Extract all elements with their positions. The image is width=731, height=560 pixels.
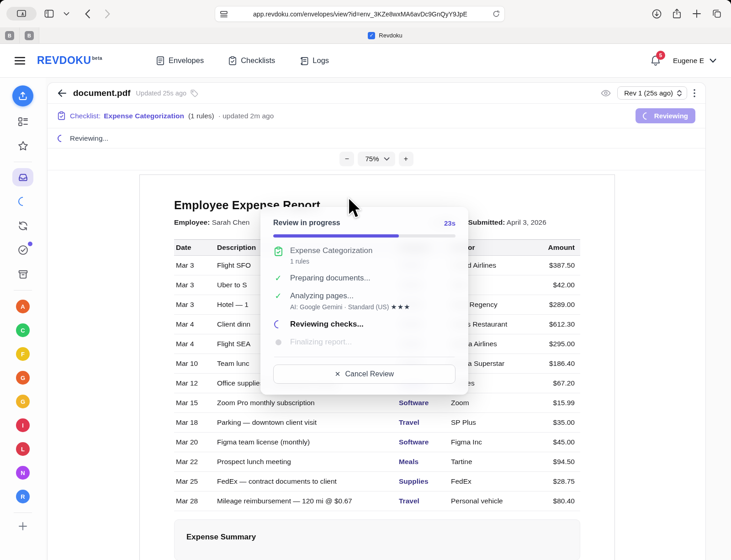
tag-icon[interactable] [190,89,198,97]
amount-cell: $45.00 [529,433,580,452]
step-title: Finalizing report... [290,338,352,347]
user-menu[interactable]: Eugene E [673,57,716,65]
category-cell: Software [397,433,449,452]
avatar-l[interactable]: L [16,442,30,456]
avatar-list: ACFGGILNR [16,300,30,503]
sidebar-divider [14,290,32,291]
new-tab-icon[interactable] [689,6,705,21]
favorites-button[interactable] [12,137,33,155]
avatar-r[interactable]: R [16,490,30,503]
zoom-out-button[interactable]: − [339,152,354,166]
nav-envelopes[interactable]: Envelopes [156,56,204,65]
vendor-cell: Personal vehicle [449,491,529,511]
downloads-icon[interactable] [649,6,664,21]
url-text[interactable]: app.revdoku.com/envelopes/view?id=env_3K… [228,11,493,18]
avatar-a[interactable]: A [16,300,30,313]
review-steps: Expense Categorization1 rules✓Preparing … [273,246,456,347]
category-cell: Meals [397,452,449,472]
date-cell: Mar 3 [174,295,215,315]
modal-title: Review in progress [273,219,340,227]
description-cell: Mileage reimbursement — 120 mi @ $0.67 [215,491,397,511]
sync-button[interactable] [12,217,33,235]
zoom-level-select[interactable]: 75% [358,152,395,166]
date-cell: Mar 3 [174,256,215,275]
date-cell: Mar 4 [174,334,215,354]
checks-button[interactable] [12,241,33,259]
tab-overview-icon[interactable] [709,6,725,21]
pinned-tab-2[interactable]: B [20,27,39,43]
notifications-button[interactable]: 5 [650,55,661,67]
menu-icon[interactable] [15,57,25,65]
browser-toolbar: app.revdoku.com/envelopes/view?id=env_3K… [0,0,731,27]
reader-mode-icon[interactable] [220,11,228,18]
date-cell: Mar 10 [174,354,215,374]
inbox-button[interactable] [12,168,33,186]
dashboard-list-button[interactable] [12,112,33,131]
rating-stars: ★★★ [391,303,410,311]
add-button[interactable] [18,521,28,531]
profile-window-icon [16,10,26,18]
date-cell: Mar 20 [174,433,215,452]
date-cell: Mar 28 [174,491,215,511]
pinned-tab-favicon: B [25,31,34,40]
back-button-icon[interactable] [79,6,95,21]
preview-eye-icon[interactable] [601,90,611,97]
modal-divider [274,357,455,357]
amount-cell: $42.00 [529,275,580,295]
tab-strip: B B ✓ Revdoku [0,27,731,44]
avatar-i[interactable]: I [16,418,30,432]
category-cell: Supplies [397,472,449,491]
active-tab[interactable]: ✓ Revdoku [39,27,731,43]
in-progress-button[interactable] [12,192,33,211]
checklist-name[interactable]: Expense Categorization [104,112,184,120]
date-cell: Mar 12 [174,374,215,393]
amount-cell: $35.00 [529,413,580,433]
profile-tab-button[interactable] [6,7,37,21]
amount-cell: $612.30 [529,315,580,334]
amount-cell: $80.40 [529,491,580,511]
beta-badge: beta [92,56,103,61]
plus-icon [18,521,28,531]
mouse-cursor [346,197,361,220]
avatar-n[interactable]: N [16,466,30,480]
more-options-icon[interactable] [694,89,695,97]
close-icon: ✕ [335,370,341,378]
archive-button[interactable] [12,265,33,283]
date-cell: Mar 18 [174,413,215,433]
back-arrow-icon[interactable] [58,89,67,97]
table-row: Mar 22Prospect lunch meetingMealsTartine… [174,452,580,472]
sidebar-divider [14,512,32,513]
description-cell: Zoom Pro monthly subscription [215,393,397,413]
nav-logs[interactable]: Logs [300,56,329,65]
upload-button[interactable] [12,85,33,106]
avatar-g[interactable]: G [16,371,30,385]
amount-cell: $15.99 [529,393,580,413]
inbox-icon [17,172,29,183]
scroll-icon [300,56,308,65]
cancel-review-button[interactable]: ✕ Cancel Review [273,365,456,384]
revision-select[interactable]: Rev 1 (25s ago) [617,86,687,100]
avatar-c[interactable]: C [16,323,30,337]
address-bar[interactable]: app.revdoku.com/envelopes/view?id=env_3K… [215,6,505,22]
reload-icon[interactable] [493,10,500,18]
column-header: Amount [529,240,580,256]
vendor-cell: Zoom [449,393,529,413]
sidebar-toggle-icon[interactable] [41,6,57,21]
pinned-tab-1[interactable]: B [0,27,20,43]
sidebar-chevron-icon[interactable] [61,6,71,21]
tab-title: Revdoku [379,32,402,39]
step-title: Reviewing checks... [290,320,364,329]
review-step: Finalizing report... [273,338,456,347]
review-step: Expense Categorization1 rules [273,246,456,265]
pinned-tab-favicon: B [5,31,14,40]
review-progress-modal: Review in progress 23s Expense Categoriz… [260,207,468,395]
zoom-in-button[interactable]: + [399,152,413,166]
avatar-f[interactable]: F [16,347,30,361]
app-logo[interactable]: REVDOKUbeta [37,54,102,67]
avatar-g[interactable]: G [16,395,30,408]
nav-checklists[interactable]: Checklists [228,56,275,65]
forward-button-icon[interactable] [100,6,115,21]
share-icon[interactable] [669,6,684,21]
review-progress-bar [273,234,456,238]
table-row: Mar 18Parking — downtown client visitTra… [174,413,580,433]
